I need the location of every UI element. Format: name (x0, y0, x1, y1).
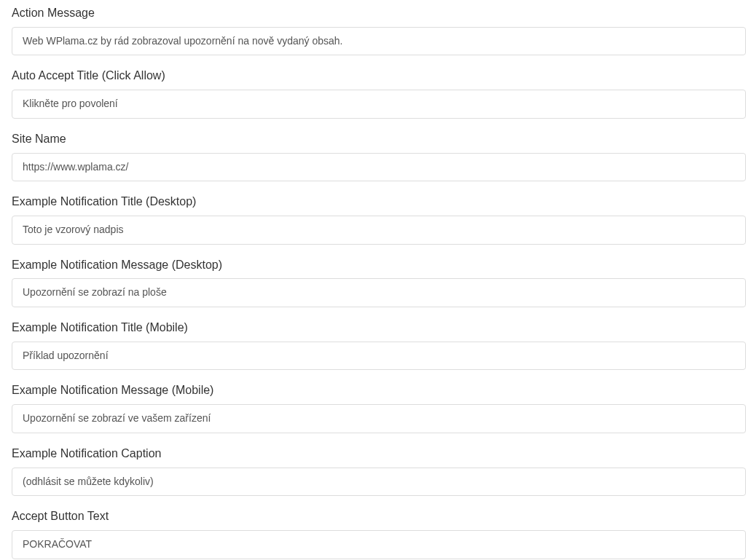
action-message-input[interactable] (12, 27, 746, 56)
auto-accept-title-input[interactable] (12, 90, 746, 119)
example-title-mobile-input[interactable] (12, 342, 746, 371)
action-message-label: Action Message (12, 6, 746, 21)
form-group: Example Notification Title (Desktop) (12, 194, 746, 244)
settings-form: Action Message Auto Accept Title (Click … (12, 6, 746, 560)
form-group: Auto Accept Title (Click Allow) (12, 68, 746, 118)
example-message-mobile-input[interactable] (12, 404, 746, 433)
example-caption-label: Example Notification Caption (12, 446, 746, 462)
form-group: Example Notification Caption (12, 446, 746, 496)
form-group: Action Message (12, 6, 746, 55)
auto-accept-title-label: Auto Accept Title (Click Allow) (12, 68, 746, 84)
example-message-desktop-label: Example Notification Message (Desktop) (12, 258, 746, 273)
site-name-input[interactable] (12, 153, 746, 182)
form-group: Site Name (12, 132, 746, 181)
form-group: Example Notification Message (Mobile) (12, 383, 746, 433)
accept-button-text-label: Accept Button Text (12, 509, 746, 524)
form-group: Example Notification Title (Mobile) (12, 320, 746, 370)
example-title-desktop-label: Example Notification Title (Desktop) (12, 194, 746, 210)
example-caption-input[interactable] (12, 468, 746, 497)
example-title-mobile-label: Example Notification Title (Mobile) (12, 320, 746, 336)
example-title-desktop-input[interactable] (12, 216, 746, 245)
accept-button-text-input[interactable] (12, 530, 746, 559)
example-message-mobile-label: Example Notification Message (Mobile) (12, 383, 746, 398)
example-message-desktop-input[interactable] (12, 278, 746, 307)
site-name-label: Site Name (12, 132, 746, 147)
form-group: Example Notification Message (Desktop) (12, 258, 746, 307)
form-group: Accept Button Text (12, 509, 746, 559)
